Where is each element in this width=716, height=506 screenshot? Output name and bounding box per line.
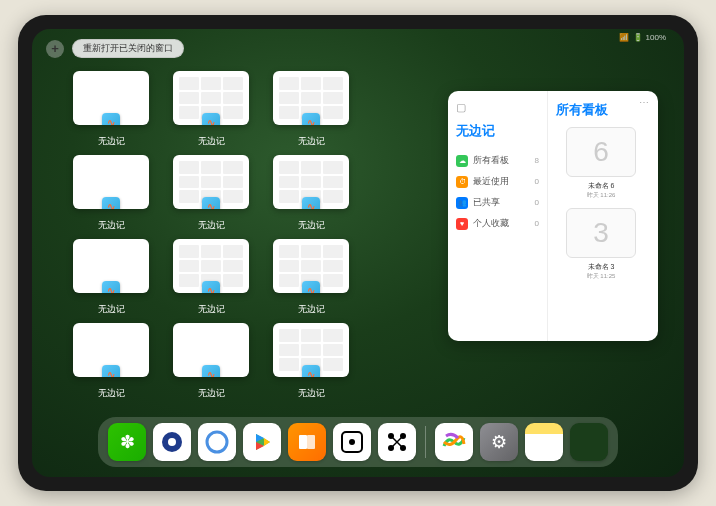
dock-quark-icon[interactable] <box>198 423 236 461</box>
board-thumbnail: 3 <box>566 208 636 258</box>
wifi-icon: 📶 <box>619 33 629 42</box>
window-thumbnail[interactable] <box>173 155 249 209</box>
board-card-0[interactable]: 6未命名 6昨天 11:26 <box>556 127 646 200</box>
board-name: 未命名 3 <box>556 262 646 272</box>
app-window-12[interactable]: 无边记 <box>70 323 152 401</box>
window-thumbnail[interactable] <box>273 323 349 377</box>
dock: ✽⚙ <box>98 417 618 467</box>
freeform-app-icon <box>202 281 220 293</box>
ipad-screen: 📶 🔋 100% + 重新打开已关闭的窗口 无边记无边记无边记无边记无边记无边记… <box>32 29 684 477</box>
board-thumbnail: 6 <box>566 127 636 177</box>
app-window-label: 无边记 <box>98 303 125 316</box>
window-thumbnail[interactable] <box>73 155 149 209</box>
app-window-14[interactable]: 无边记 <box>270 323 352 401</box>
window-thumbnail[interactable] <box>73 239 149 293</box>
freeform-app-icon <box>202 365 220 377</box>
battery-icon: 🔋 100% <box>633 33 666 42</box>
dock-notes-icon[interactable] <box>525 423 563 461</box>
board-timestamp: 昨天 11:25 <box>556 272 646 281</box>
window-thumbnail[interactable] <box>173 71 249 125</box>
dock-qq-browser-icon[interactable] <box>153 423 191 461</box>
svg-rect-7 <box>299 435 307 449</box>
app-window-label: 无边记 <box>98 219 125 232</box>
app-window-9[interactable]: 无边记 <box>170 239 252 317</box>
sidebar-item-label: 个人收藏 <box>473 217 509 230</box>
sidebar-item-label: 已共享 <box>473 196 500 209</box>
sidebar-item-2[interactable]: 👥已共享0 <box>456 192 539 213</box>
sidebar-item-icon: ☁ <box>456 155 468 167</box>
dock-wechat-icon[interactable]: ✽ <box>108 423 146 461</box>
freeform-app-icon <box>202 113 220 125</box>
svg-marker-6 <box>264 438 270 446</box>
window-thumbnail[interactable] <box>73 71 149 125</box>
window-thumbnail[interactable] <box>273 155 349 209</box>
freeform-app-icon <box>102 113 120 125</box>
app-window-label: 无边记 <box>298 135 325 148</box>
reopen-closed-window-button[interactable]: 重新打开已关闭的窗口 <box>72 39 184 58</box>
more-icon[interactable]: ⋯ <box>639 97 650 108</box>
board-timestamp: 昨天 11:26 <box>556 191 646 200</box>
freeform-app-icon <box>102 365 120 377</box>
window-thumbnail[interactable] <box>173 239 249 293</box>
freeform-app-icon <box>102 281 120 293</box>
app-window-label: 无边记 <box>198 303 225 316</box>
sidebar-toggle-icon[interactable]: ▢ <box>456 101 539 114</box>
app-window-8[interactable]: 无边记 <box>70 239 152 317</box>
dock-dice-icon[interactable] <box>333 423 371 461</box>
dock-books-icon[interactable] <box>288 423 326 461</box>
dock-separator <box>425 426 426 458</box>
freeform-app-icon <box>202 197 220 209</box>
app-window-label: 无边记 <box>298 387 325 400</box>
window-thumbnail[interactable] <box>73 323 149 377</box>
svg-point-1 <box>168 438 176 446</box>
svg-point-2 <box>207 432 227 452</box>
app-window-label: 无边记 <box>298 219 325 232</box>
sidebar-item-count: 0 <box>535 219 539 228</box>
svg-rect-8 <box>307 435 315 449</box>
app-window-5[interactable]: 无边记 <box>170 155 252 233</box>
app-window-4[interactable]: 无边记 <box>70 155 152 233</box>
app-window-label: 无边记 <box>198 135 225 148</box>
sidebar-item-icon: 👥 <box>456 197 468 209</box>
sidebar-item-1[interactable]: ⏱最近使用0 <box>456 171 539 192</box>
svg-point-10 <box>349 439 355 445</box>
sidebar-item-3[interactable]: ♥个人收藏0 <box>456 213 539 234</box>
app-window-13[interactable]: 无边记 <box>170 323 252 401</box>
board-card-1[interactable]: 3未命名 3昨天 11:25 <box>556 208 646 281</box>
dock-settings-icon[interactable]: ⚙ <box>480 423 518 461</box>
app-window-label: 无边记 <box>198 219 225 232</box>
window-thumbnail[interactable] <box>273 71 349 125</box>
sidebar-item-count: 0 <box>535 177 539 186</box>
status-bar: 📶 🔋 100% <box>619 33 666 42</box>
app-window-0[interactable]: 无边记 <box>70 71 152 149</box>
dock-connect-icon[interactable] <box>378 423 416 461</box>
app-window-1[interactable]: 无边记 <box>170 71 252 149</box>
freeform-sidebar-panel[interactable]: ▢ 无边记 ☁所有看板8⏱最近使用0👥已共享0♥个人收藏0 ⋯ 所有看板 6未命… <box>448 91 658 341</box>
window-thumbnail[interactable] <box>273 239 349 293</box>
panel-app-title: 无边记 <box>456 122 539 140</box>
freeform-app-icon <box>302 365 320 377</box>
app-window-10[interactable]: 无边记 <box>270 239 352 317</box>
sidebar-item-0[interactable]: ☁所有看板8 <box>456 150 539 171</box>
app-window-2[interactable]: 无边记 <box>270 71 352 149</box>
app-window-label: 无边记 <box>198 387 225 400</box>
app-window-label: 无边记 <box>98 387 125 400</box>
new-window-button[interactable]: + <box>46 40 64 58</box>
freeform-app-icon <box>302 197 320 209</box>
dock-freeform-icon[interactable] <box>435 423 473 461</box>
sidebar-item-count: 0 <box>535 198 539 207</box>
sidebar-item-label: 最近使用 <box>473 175 509 188</box>
app-window-6[interactable]: 无边记 <box>270 155 352 233</box>
dock-play-icon[interactable] <box>243 423 281 461</box>
freeform-app-icon <box>102 197 120 209</box>
ipad-frame: 📶 🔋 100% + 重新打开已关闭的窗口 无边记无边记无边记无边记无边记无边记… <box>18 15 698 491</box>
app-window-label: 无边记 <box>98 135 125 148</box>
freeform-app-icon <box>302 281 320 293</box>
sidebar-item-count: 8 <box>535 156 539 165</box>
panel-right: ⋯ 所有看板 6未命名 6昨天 11:263未命名 3昨天 11:25 <box>548 91 658 341</box>
freeform-app-icon <box>302 113 320 125</box>
window-thumbnail[interactable] <box>173 323 249 377</box>
dock-app-library-icon[interactable] <box>570 423 608 461</box>
board-name: 未命名 6 <box>556 181 646 191</box>
panel-left: ▢ 无边记 ☁所有看板8⏱最近使用0👥已共享0♥个人收藏0 <box>448 91 548 341</box>
